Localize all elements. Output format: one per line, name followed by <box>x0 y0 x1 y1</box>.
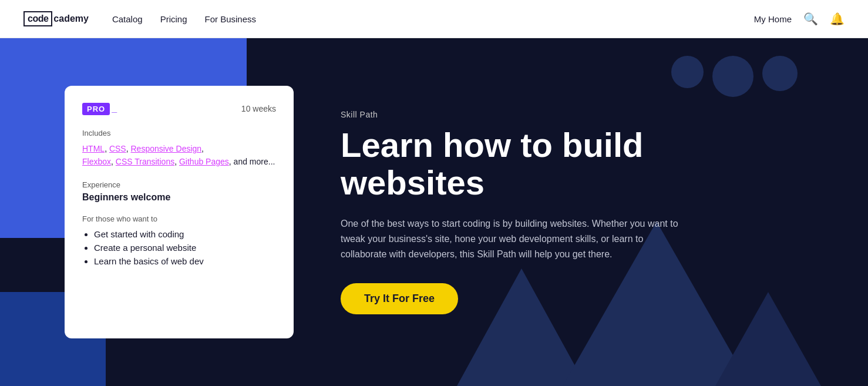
hero-title: Learn how to build websites <box>341 126 833 202</box>
topic-responsive[interactable]: Responsive Design <box>130 144 201 153</box>
hero-title-line2: websites <box>341 163 485 202</box>
nav-pricing[interactable]: Pricing <box>160 14 187 24</box>
topic-css[interactable]: CSS <box>109 144 126 153</box>
bullet-list: Get started with coding Create a persona… <box>82 229 276 266</box>
navbar: code cademy Catalog Pricing For Business… <box>0 0 868 38</box>
logo-box: code <box>23 11 52 26</box>
weeks-label: 10 weeks <box>241 104 276 113</box>
deco-circles <box>671 56 798 97</box>
experience-label: Experience <box>82 180 276 189</box>
topic-flexbox[interactable]: Flexbox <box>82 157 111 166</box>
bullet-item-2: Create a personal website <box>94 243 276 253</box>
course-card: PRO_ 10 weeks Includes HTML, CSS, Respon… <box>65 86 294 338</box>
hero-description: One of the best ways to start coding is … <box>341 216 681 263</box>
nav-for-business[interactable]: For Business <box>205 14 257 24</box>
topic-css-transitions[interactable]: CSS Transitions <box>116 157 174 166</box>
skill-path-label: Skill Path <box>341 110 833 119</box>
topic-github-pages[interactable]: Github Pages <box>179 157 229 166</box>
bullet-item-3: Learn the basics of web dev <box>94 256 276 266</box>
nav-links: Catalog Pricing For Business <box>112 14 754 24</box>
hero-section: PRO_ 10 weeks Includes HTML, CSS, Respon… <box>0 38 868 386</box>
for-those-label: For those who want to <box>82 214 276 223</box>
card-topics: HTML, CSS, Responsive Design, Flexbox, C… <box>82 142 276 169</box>
pro-badge-wrapper: PRO_ <box>82 103 117 114</box>
logo[interactable]: code cademy <box>23 11 89 26</box>
nav-catalog[interactable]: Catalog <box>112 14 143 24</box>
nav-right: My Home 🔍 🔔 <box>754 12 845 26</box>
bullet-item-1: Get started with coding <box>94 229 276 239</box>
pro-cursor: _ <box>112 103 117 113</box>
search-icon[interactable]: 🔍 <box>803 12 818 26</box>
hero-content: Skill Path Learn how to build websites O… <box>294 110 868 314</box>
includes-label: Includes <box>82 129 276 137</box>
deco-circle-1 <box>671 56 704 88</box>
pro-badge: PRO <box>82 103 110 115</box>
try-it-free-button[interactable]: Try It For Free <box>341 283 458 314</box>
hero-title-line1: Learn how to build <box>341 126 644 164</box>
experience-value: Beginners welcome <box>82 192 276 203</box>
card-header: PRO_ 10 weeks <box>82 103 276 114</box>
logo-cademy-text: cademy <box>53 14 89 24</box>
logo-code-text: code <box>28 14 48 24</box>
my-home-link[interactable]: My Home <box>754 14 792 24</box>
deco-circle-3 <box>762 56 798 91</box>
bell-icon[interactable]: 🔔 <box>830 12 845 26</box>
deco-circle-2 <box>712 56 753 97</box>
topic-html[interactable]: HTML <box>82 144 105 153</box>
